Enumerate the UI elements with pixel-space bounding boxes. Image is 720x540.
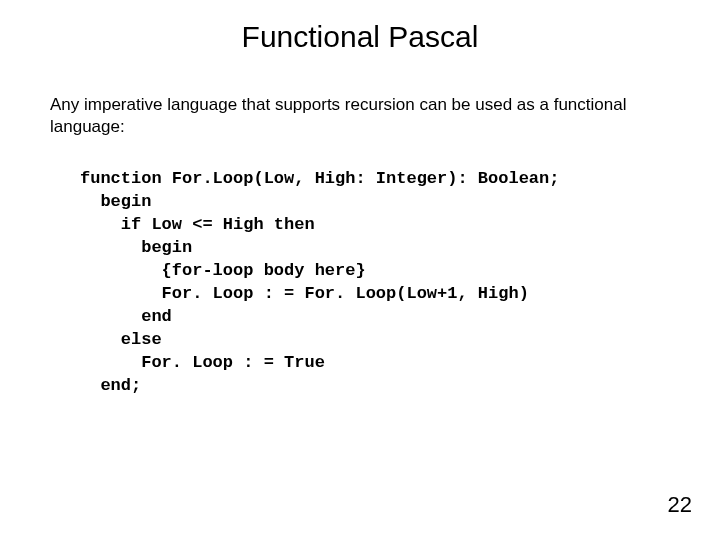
page-number: 22 xyxy=(668,492,692,518)
intro-text: Any imperative language that supports re… xyxy=(50,94,670,138)
code-block: function For.Loop(Low, High: Integer): B… xyxy=(80,168,720,397)
slide: Functional Pascal Any imperative languag… xyxy=(0,0,720,540)
slide-title: Functional Pascal xyxy=(0,0,720,54)
